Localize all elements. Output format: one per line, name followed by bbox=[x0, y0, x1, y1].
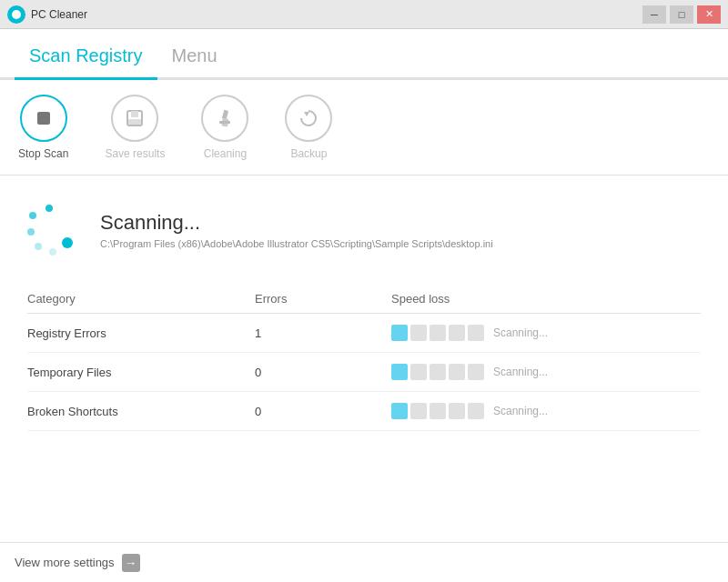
speed-segment bbox=[468, 364, 484, 380]
speed-segment bbox=[391, 325, 408, 341]
save-results-button[interactable]: Save results bbox=[105, 95, 165, 160]
svg-point-0 bbox=[12, 10, 21, 19]
scanning-header: Scanning... C:\Program Files (x86)\Adobe… bbox=[27, 194, 701, 266]
table-header-row: Category Errors Speed loss bbox=[27, 285, 701, 314]
app-title: PC Cleaner bbox=[31, 8, 642, 21]
restore-button[interactable]: □ bbox=[670, 5, 693, 24]
cleaning-icon bbox=[215, 108, 235, 128]
svg-rect-4 bbox=[128, 119, 141, 125]
cell-category: Temporary Files bbox=[27, 353, 255, 392]
spinner-dot-5 bbox=[49, 248, 56, 256]
svg-marker-8 bbox=[304, 112, 309, 116]
backup-button[interactable]: Backup bbox=[285, 95, 332, 160]
svg-rect-3 bbox=[131, 111, 138, 117]
speed-segment bbox=[449, 403, 465, 419]
scanning-text: Scanning... C:\Program Files (x86)\Adobe… bbox=[100, 211, 493, 249]
view-more-settings-link[interactable]: View more settings → bbox=[15, 554, 140, 572]
app-icon bbox=[7, 5, 25, 24]
scanning-path: C:\Program Files (x86)\Adobe\Adobe Illus… bbox=[100, 238, 493, 249]
cell-speed-loss: Scanning... bbox=[391, 314, 701, 353]
speed-segment bbox=[468, 403, 484, 419]
backup-icon bbox=[298, 108, 318, 128]
speed-segments bbox=[391, 403, 484, 419]
table-row: Broken Shortcuts0Scanning... bbox=[27, 392, 701, 431]
scanning-title: Scanning... bbox=[100, 211, 493, 235]
table-row: Temporary Files0Scanning... bbox=[27, 353, 701, 392]
speed-segment bbox=[410, 325, 427, 341]
spinner-dot-2 bbox=[29, 212, 36, 219]
footer: View more settings → bbox=[0, 542, 728, 582]
scanning-status-indicator: Scanning... bbox=[493, 326, 548, 339]
header-errors: Errors bbox=[255, 285, 391, 314]
cell-speed-loss: Scanning... bbox=[391, 392, 701, 431]
close-button[interactable]: ✕ bbox=[697, 5, 721, 24]
speed-segment bbox=[430, 403, 446, 419]
save-results-icon-circle bbox=[111, 95, 158, 142]
speed-segment bbox=[410, 364, 427, 380]
tab-scan-registry[interactable]: Scan Registry bbox=[15, 35, 157, 80]
tab-menu[interactable]: Menu bbox=[157, 35, 232, 80]
scanning-status-indicator: Scanning... bbox=[493, 405, 548, 417]
header-speed-loss: Speed loss bbox=[391, 285, 701, 314]
spinner-dot-3 bbox=[27, 228, 35, 236]
speed-segments bbox=[391, 325, 484, 341]
results-table: Category Errors Speed loss Registry Erro… bbox=[27, 285, 701, 431]
stop-icon bbox=[34, 108, 54, 128]
save-icon bbox=[125, 108, 145, 128]
speed-segment bbox=[468, 325, 484, 341]
cleaning-button[interactable]: Cleaning bbox=[201, 95, 248, 160]
stop-scan-icon-circle bbox=[20, 95, 67, 142]
cell-category: Registry Errors bbox=[27, 314, 255, 353]
cell-errors: 0 bbox=[255, 392, 391, 431]
scanning-spinner bbox=[27, 203, 82, 257]
scanning-status-indicator: Scanning... bbox=[493, 366, 548, 378]
header-category: Category bbox=[27, 285, 255, 314]
main-content: Scanning... C:\Program Files (x86)\Adobe… bbox=[0, 176, 728, 582]
toolbar: Stop Scan Save results bbox=[0, 80, 728, 176]
speed-segment bbox=[410, 403, 427, 419]
svg-rect-1 bbox=[37, 112, 50, 125]
cell-category: Broken Shortcuts bbox=[27, 392, 255, 431]
cell-errors: 0 bbox=[255, 353, 391, 392]
cleaning-icon-circle bbox=[201, 95, 248, 142]
speed-segment bbox=[449, 325, 465, 341]
footer-link-label: View more settings bbox=[15, 556, 115, 569]
backup-label: Backup bbox=[290, 147, 327, 160]
spinner-dot-4 bbox=[35, 243, 42, 250]
stop-scan-button[interactable]: Stop Scan bbox=[18, 95, 68, 160]
stop-scan-label: Stop Scan bbox=[18, 147, 68, 160]
nav-bar: Scan Registry Menu bbox=[0, 29, 728, 80]
speed-segments bbox=[391, 364, 484, 380]
spinner-dot-large bbox=[62, 237, 73, 248]
cleaning-label: Cleaning bbox=[204, 147, 247, 160]
speed-segment bbox=[430, 325, 446, 341]
spinner-dot-1 bbox=[46, 205, 53, 212]
speed-segment bbox=[391, 364, 408, 380]
window-controls: ─ □ ✕ bbox=[642, 5, 721, 24]
arrow-icon: → bbox=[122, 554, 140, 572]
svg-rect-7 bbox=[219, 121, 230, 124]
speed-segment bbox=[449, 364, 465, 380]
save-results-label: Save results bbox=[105, 147, 165, 160]
backup-icon-circle bbox=[285, 95, 332, 142]
svg-rect-5 bbox=[222, 110, 228, 120]
speed-segment bbox=[391, 403, 408, 419]
title-bar: PC Cleaner ─ □ ✕ bbox=[0, 0, 728, 29]
speed-segment bbox=[430, 364, 446, 380]
cell-errors: 1 bbox=[255, 314, 391, 353]
cell-speed-loss: Scanning... bbox=[391, 353, 701, 392]
minimize-button[interactable]: ─ bbox=[642, 5, 666, 24]
table-row: Registry Errors1Scanning... bbox=[27, 314, 701, 353]
